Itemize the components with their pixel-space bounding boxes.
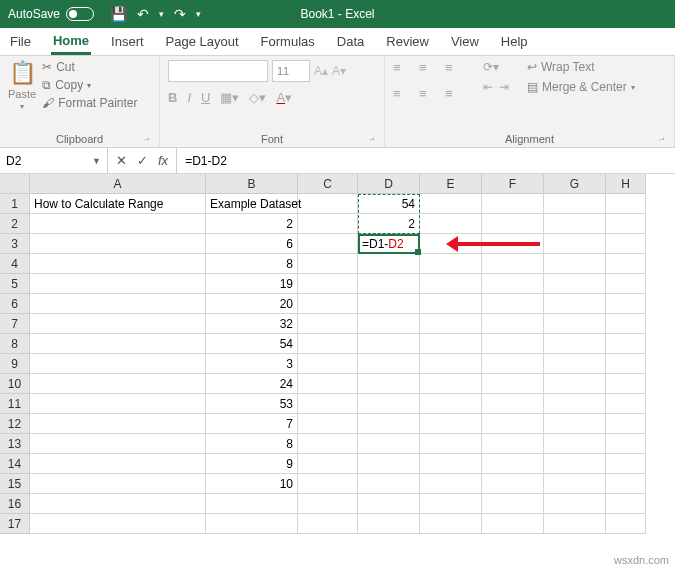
cell[interactable] — [606, 414, 646, 434]
cell[interactable] — [358, 514, 420, 534]
cell[interactable] — [606, 254, 646, 274]
cell[interactable] — [420, 474, 482, 494]
cell[interactable] — [298, 294, 358, 314]
cell[interactable] — [420, 414, 482, 434]
chevron-down-icon[interactable]: ▾ — [87, 81, 91, 90]
cell[interactable] — [30, 274, 206, 294]
name-box[interactable]: D2 ▼ — [0, 148, 108, 173]
cell[interactable] — [544, 414, 606, 434]
row-header[interactable]: 9 — [0, 354, 30, 374]
cell[interactable]: 24 — [206, 374, 298, 394]
cell[interactable] — [30, 374, 206, 394]
tab-help[interactable]: Help — [499, 30, 530, 53]
cell[interactable] — [606, 434, 646, 454]
cell[interactable] — [606, 494, 646, 514]
cell[interactable]: 53 — [206, 394, 298, 414]
format-painter-button[interactable]: 🖌Format Painter — [42, 96, 137, 110]
align-center-icon[interactable]: ≡ — [419, 86, 439, 108]
col-header[interactable]: B — [206, 174, 298, 194]
row-header[interactable]: 14 — [0, 454, 30, 474]
row-header[interactable]: 6 — [0, 294, 30, 314]
row-header[interactable]: 11 — [0, 394, 30, 414]
cell[interactable]: 6 — [206, 234, 298, 254]
cell[interactable] — [298, 354, 358, 374]
cell[interactable]: 3 — [206, 354, 298, 374]
cell[interactable] — [544, 234, 606, 254]
cell[interactable]: Example Dataset — [206, 194, 298, 214]
fx-icon[interactable]: fx — [158, 153, 168, 168]
cell[interactable] — [420, 274, 482, 294]
decrease-font-icon[interactable]: A▾ — [332, 64, 346, 78]
row-header[interactable]: 12 — [0, 414, 30, 434]
row-header[interactable]: 3 — [0, 234, 30, 254]
cell[interactable] — [482, 354, 544, 374]
fill-color-button[interactable]: ◇▾ — [249, 90, 266, 105]
tab-review[interactable]: Review — [384, 30, 431, 53]
cell[interactable] — [30, 254, 206, 274]
cell[interactable] — [298, 454, 358, 474]
cell[interactable] — [544, 254, 606, 274]
cell[interactable]: 8 — [206, 254, 298, 274]
cell[interactable]: 8 — [206, 434, 298, 454]
cell[interactable] — [544, 194, 606, 214]
cell[interactable] — [606, 314, 646, 334]
cell[interactable] — [30, 294, 206, 314]
cell[interactable] — [298, 414, 358, 434]
wrap-text-button[interactable]: ↩Wrap Text — [527, 60, 635, 74]
tab-page-layout[interactable]: Page Layout — [164, 30, 241, 53]
cell[interactable] — [30, 514, 206, 534]
cell[interactable] — [358, 454, 420, 474]
bold-button[interactable]: B — [168, 90, 177, 105]
row-header[interactable]: 16 — [0, 494, 30, 514]
cell[interactable] — [298, 254, 358, 274]
cut-button[interactable]: ✂Cut — [42, 60, 137, 74]
cell[interactable] — [482, 374, 544, 394]
cell[interactable] — [30, 234, 206, 254]
row-header[interactable]: 10 — [0, 374, 30, 394]
col-header[interactable]: G — [544, 174, 606, 194]
formula-input[interactable]: =D1-D2 — [177, 148, 675, 173]
cell[interactable] — [420, 194, 482, 214]
cell[interactable] — [30, 214, 206, 234]
row-header[interactable]: 5 — [0, 274, 30, 294]
cell[interactable] — [420, 214, 482, 234]
cell[interactable] — [482, 494, 544, 514]
cell[interactable] — [606, 354, 646, 374]
cell[interactable] — [298, 394, 358, 414]
cell[interactable]: 9 — [206, 454, 298, 474]
chevron-down-icon[interactable]: ▾ — [20, 102, 24, 111]
cell[interactable] — [30, 454, 206, 474]
toggle-off-icon[interactable] — [66, 7, 94, 21]
cell[interactable] — [358, 294, 420, 314]
cell[interactable] — [606, 474, 646, 494]
col-header[interactable]: H — [606, 174, 646, 194]
cell[interactable] — [544, 354, 606, 374]
increase-indent-icon[interactable]: ⇥ — [499, 80, 509, 94]
cell[interactable] — [358, 414, 420, 434]
cell[interactable] — [358, 474, 420, 494]
cell[interactable] — [298, 214, 358, 234]
row-header[interactable]: 17 — [0, 514, 30, 534]
cell[interactable] — [420, 434, 482, 454]
cell[interactable] — [482, 394, 544, 414]
cell[interactable] — [544, 274, 606, 294]
cell[interactable]: 20 — [206, 294, 298, 314]
cell[interactable] — [358, 274, 420, 294]
cell[interactable] — [544, 494, 606, 514]
cell[interactable] — [544, 314, 606, 334]
row-header[interactable]: 7 — [0, 314, 30, 334]
autosave-toggle[interactable]: AutoSave — [0, 7, 102, 21]
increase-font-icon[interactable]: A▴ — [314, 64, 328, 78]
col-header[interactable]: E — [420, 174, 482, 194]
italic-button[interactable]: I — [187, 90, 191, 105]
cell[interactable] — [544, 294, 606, 314]
cell[interactable] — [30, 434, 206, 454]
cell[interactable]: 32 — [206, 314, 298, 334]
cell[interactable] — [606, 294, 646, 314]
redo-dropdown-icon[interactable]: ▾ — [196, 9, 201, 19]
cell[interactable] — [606, 194, 646, 214]
select-all-corner[interactable] — [0, 174, 30, 194]
cell[interactable] — [606, 214, 646, 234]
cell[interactable] — [606, 234, 646, 254]
cell[interactable] — [420, 334, 482, 354]
